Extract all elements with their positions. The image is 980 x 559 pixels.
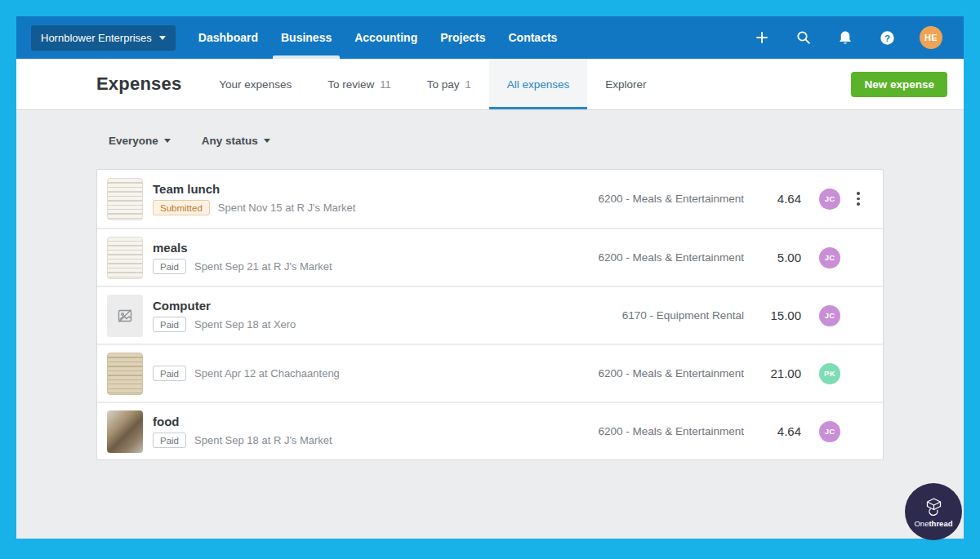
expense-subline: Paid Spent Sep 18 at Xero — [153, 317, 540, 332]
tab-label: To pay — [427, 78, 460, 91]
expense-detail: Spent Sep 18 at R J's Market — [194, 434, 332, 446]
page-title: Expenses — [96, 73, 181, 95]
user-avatar[interactable]: HE — [920, 26, 942, 49]
expense-account: 6200 - Meals & Entertainment — [540, 425, 744, 437]
expense-list: Team lunch Submitted Spent Nov 15 at R J… — [96, 169, 884, 460]
expenses-tab[interactable]: To review 11 — [310, 59, 409, 109]
onethread-logo-text: Onethread — [914, 519, 952, 528]
receipt-thumbnail[interactable] — [107, 410, 143, 453]
tab-count-badge: 11 — [380, 78, 391, 91]
expense-detail: Spent Sep 18 at Xero — [194, 318, 296, 331]
chevron-down-icon — [264, 139, 270, 143]
receipt-thumbnail[interactable] — [107, 353, 143, 395]
plus-icon[interactable] — [753, 29, 771, 47]
svg-text:?: ? — [884, 33, 889, 42]
expense-info: Team lunch Submitted Spent Nov 15 at R J… — [153, 182, 540, 215]
app-window: Hornblower Enterprises DashboardBusiness… — [16, 16, 964, 539]
avatar: PK — [819, 363, 840, 384]
search-icon[interactable] — [795, 29, 813, 47]
expense-title: food — [153, 415, 540, 428]
nav-item-label: Contacts — [508, 31, 557, 44]
chevron-down-icon — [159, 36, 166, 40]
expense-subline: Paid Spent Sep 21 at R J's Market — [153, 259, 540, 274]
avatar: JC — [819, 421, 840, 442]
tab-label: All expenses — [507, 78, 570, 91]
filter-bar: Everyone Any status — [109, 135, 884, 147]
org-selector-dropdown[interactable]: Hornblower Enterprises — [31, 25, 176, 51]
expenses-tabs: Your expenses To review 11 To pay 1 All … — [201, 59, 664, 109]
expense-account: 6200 - Meals & Entertainment — [540, 251, 744, 264]
nav-item[interactable]: Business — [270, 16, 343, 59]
expense-title: meals — [153, 241, 540, 255]
expenses-tab[interactable]: Your expenses — [201, 59, 310, 109]
expense-title: Computer — [153, 299, 540, 313]
tab-label: Your expenses — [219, 78, 292, 91]
tab-label: To review — [327, 78, 374, 91]
tab-count-badge: 1 — [465, 78, 470, 91]
avatar: JC — [819, 189, 840, 210]
nav-item[interactable]: Projects — [429, 16, 497, 59]
notifications-icon[interactable] — [836, 29, 854, 47]
expense-row[interactable]: meals Paid Spent Sep 21 at R J's Market … — [97, 228, 883, 286]
expense-amount: 5.00 — [751, 251, 801, 264]
expense-account: 6200 - Meals & Entertainment — [540, 193, 744, 205]
expense-account: 6200 - Meals & Entertainment — [540, 367, 744, 379]
nav-item-label: Dashboard — [198, 31, 258, 44]
nav-item-label: Projects — [440, 31, 485, 44]
expense-detail: Spent Nov 15 at R J's Market — [218, 202, 356, 214]
avatar: JC — [819, 305, 840, 326]
org-name: Hornblower Enterprises — [41, 32, 152, 44]
status-badge: Paid — [153, 366, 186, 381]
expense-amount: 4.64 — [751, 192, 801, 206]
new-expense-button[interactable]: New expense — [851, 72, 947, 97]
expenses-header: Expenses Your expenses To review 11 To p… — [16, 59, 964, 110]
status-badge: Submitted — [153, 200, 210, 215]
status-badge: Paid — [153, 433, 186, 448]
no-image-icon — [116, 307, 134, 325]
expense-info: Paid Spent Apr 12 at Chachaanteng — [153, 366, 540, 381]
avatar: JC — [819, 247, 840, 268]
expenses-tab[interactable]: To pay 1 — [409, 59, 489, 109]
expense-info: food Paid Spent Sep 18 at R J's Market — [153, 415, 540, 448]
kebab-menu-icon[interactable] — [847, 189, 870, 209]
nav-item[interactable]: Accounting — [343, 16, 429, 59]
expense-row[interactable]: Paid Spent Apr 12 at Chachaanteng 6200 -… — [97, 344, 883, 402]
top-navbar: Hornblower Enterprises DashboardBusiness… — [16, 16, 964, 59]
expense-account: 6170 - Equipment Rental — [540, 309, 744, 322]
expenses-tab[interactable]: Explorer — [587, 59, 664, 109]
expense-subline: Submitted Spent Nov 15 at R J's Market — [153, 200, 540, 215]
expense-info: meals Paid Spent Sep 21 at R J's Market — [153, 241, 540, 274]
filter-label: Everyone — [109, 135, 158, 147]
expense-subline: Paid Spent Sep 18 at R J's Market — [153, 433, 540, 448]
onethread-logo: Onethread — [905, 483, 962, 540]
chevron-down-icon — [164, 139, 171, 143]
nav-item[interactable]: Contacts — [497, 16, 568, 59]
expense-row[interactable]: Team lunch Submitted Spent Nov 15 at R J… — [97, 170, 883, 228]
expense-detail: Spent Sep 21 at R J's Market — [194, 260, 332, 273]
main-nav-items: DashboardBusinessAccountingProjectsConta… — [187, 16, 569, 59]
expense-amount: 21.00 — [751, 366, 801, 380]
status-badge: Paid — [153, 259, 186, 274]
expense-detail: Spent Apr 12 at Chachaanteng — [194, 367, 340, 379]
expense-info: Computer Paid Spent Sep 18 at Xero — [153, 299, 540, 332]
expense-subline: Paid Spent Apr 12 at Chachaanteng — [153, 366, 540, 381]
filter-dropdown[interactable]: Any status — [202, 135, 270, 147]
expense-title: Team lunch — [153, 182, 540, 196]
nav-item[interactable]: Dashboard — [187, 16, 270, 59]
expenses-content: Everyone Any status Team lunch Submitted… — [16, 110, 964, 539]
receipt-thumbnail[interactable] — [107, 178, 143, 220]
status-badge: Paid — [153, 317, 186, 332]
tab-label: Explorer — [605, 78, 646, 91]
expense-row[interactable]: food Paid Spent Sep 18 at R J's Market 6… — [97, 402, 883, 459]
receipt-thumbnail[interactable] — [107, 237, 143, 279]
receipt-thumbnail[interactable] — [107, 295, 143, 337]
navbar-actions: ? HE — [753, 16, 942, 59]
filter-dropdown[interactable]: Everyone — [109, 135, 171, 147]
nav-item-label: Accounting — [354, 31, 417, 44]
expense-row[interactable]: Computer Paid Spent Sep 18 at Xero 6170 … — [97, 286, 883, 344]
onethread-box-icon — [923, 496, 945, 518]
expenses-tab[interactable]: All expenses — [489, 59, 588, 109]
expense-amount: 4.64 — [751, 424, 801, 438]
help-icon[interactable]: ? — [878, 29, 896, 47]
expense-amount: 15.00 — [751, 308, 801, 322]
